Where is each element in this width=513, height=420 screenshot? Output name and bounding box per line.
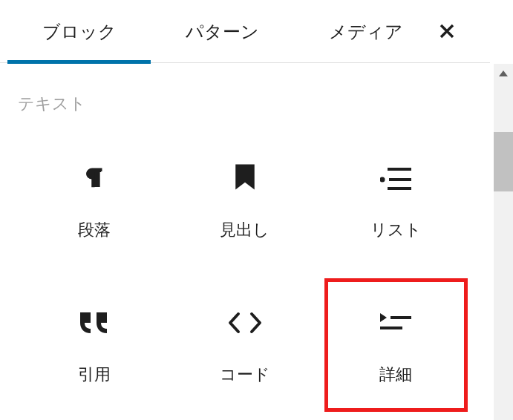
block-label: リスト: [370, 219, 422, 241]
block-inserter-panel: ブロック パターン メディア テキスト 段落 見出し リスト: [0, 0, 490, 420]
block-heading[interactable]: 見出し: [173, 137, 316, 263]
close-button[interactable]: [438, 22, 483, 40]
list-icon: [380, 160, 411, 197]
scroll-up-arrow-icon[interactable]: [494, 64, 513, 83]
block-label: 段落: [78, 219, 111, 241]
svg-rect-3: [388, 187, 411, 190]
close-icon: [438, 22, 456, 40]
heading-icon: [232, 160, 258, 197]
scroll-thumb[interactable]: [494, 132, 513, 191]
tab-media[interactable]: メディア: [295, 0, 438, 63]
tab-pattern[interactable]: パターン: [151, 0, 294, 63]
block-label: 詳細: [379, 364, 412, 386]
block-paragraph[interactable]: 段落: [22, 137, 166, 263]
scrollbar[interactable]: [494, 64, 513, 420]
block-details[interactable]: 詳細: [324, 278, 468, 412]
block-label: 引用: [78, 364, 111, 386]
block-label: コード: [220, 364, 270, 386]
blocks-grid: 段落 見出し リスト 引用 コード: [0, 137, 490, 412]
paragraph-icon: [81, 160, 108, 197]
tab-block[interactable]: ブロック: [7, 0, 151, 63]
quote-icon: [79, 304, 110, 341]
block-label: 見出し: [220, 219, 269, 241]
details-icon: [380, 304, 411, 341]
code-icon: [228, 304, 262, 341]
block-code[interactable]: コード: [173, 278, 316, 412]
section-title-text: テキスト: [0, 63, 490, 137]
svg-rect-4: [391, 316, 411, 319]
block-quote[interactable]: 引用: [22, 278, 166, 412]
svg-rect-2: [389, 178, 411, 181]
svg-rect-0: [388, 168, 411, 171]
svg-point-1: [380, 177, 385, 183]
tabs-bar: ブロック パターン メディア: [0, 0, 490, 63]
svg-rect-5: [380, 327, 402, 329]
block-list[interactable]: リスト: [324, 137, 468, 263]
